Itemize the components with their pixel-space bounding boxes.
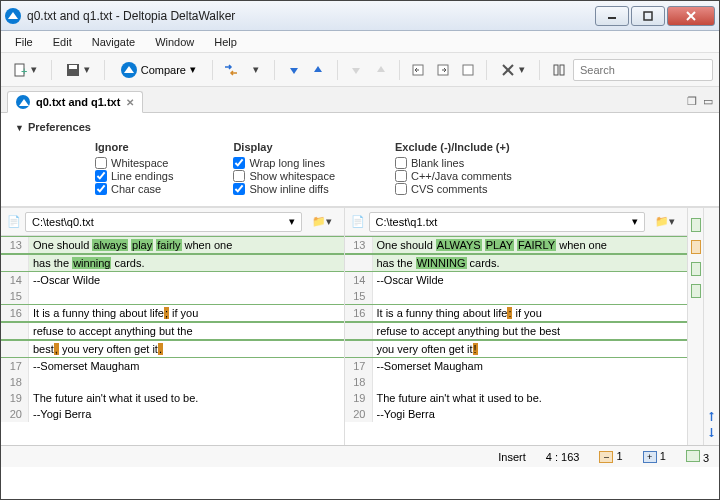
- save-button[interactable]: ▾: [60, 58, 96, 82]
- prefs-checkbox[interactable]: Wrap long lines: [233, 157, 335, 169]
- code-line[interactable]: best, you very often get it.: [1, 340, 344, 358]
- line-text: The future ain't what it used to be.: [29, 390, 344, 406]
- close-button[interactable]: [667, 6, 715, 26]
- tabstrip: q0.txt and q1.txt ✕ ❐ ▭: [1, 87, 719, 113]
- restore-icon[interactable]: ❐: [687, 95, 697, 108]
- line-text: you very often get it!: [373, 341, 688, 357]
- code-line[interactable]: 20--Yogi Berra: [345, 406, 688, 422]
- tools-button[interactable]: ▾: [495, 58, 531, 82]
- line-text: --Somerset Maugham: [29, 358, 344, 374]
- right-path-dropdown[interactable]: C:\test\q1.txt▾: [369, 212, 646, 232]
- code-line[interactable]: 17--Somerset Maugham: [1, 358, 344, 374]
- nav-down-icon[interactable]: 🠗: [706, 427, 717, 439]
- line-number: 16: [345, 305, 373, 321]
- left-pathbar: 📄 C:\test\q0.txt▾ 📁▾: [1, 208, 344, 236]
- tab-close-icon[interactable]: ✕: [126, 97, 134, 108]
- code-line[interactable]: 15: [1, 288, 344, 304]
- next-diff-button[interactable]: [283, 58, 304, 82]
- separator: [104, 60, 105, 80]
- minimize-button[interactable]: [595, 6, 629, 26]
- prefs-checkbox[interactable]: Char case: [95, 183, 173, 195]
- tab-controls: ❐ ▭: [687, 95, 713, 112]
- line-number: 18: [1, 374, 29, 390]
- line-number: 19: [1, 390, 29, 406]
- nav-up-icon[interactable]: 🠕: [706, 411, 717, 423]
- menubar: File Edit Navigate Window Help: [1, 31, 719, 53]
- prev-change-button[interactable]: [370, 58, 391, 82]
- copy-all-button[interactable]: [458, 58, 479, 82]
- line-text: --Oscar Wilde: [373, 272, 688, 288]
- compare-label: Compare: [141, 64, 186, 76]
- maximize-pane-icon[interactable]: ▭: [703, 95, 713, 108]
- maximize-button[interactable]: [631, 6, 665, 26]
- prefs-checkbox[interactable]: Whitespace: [95, 157, 173, 169]
- code-line[interactable]: 15: [345, 288, 688, 304]
- preferences-title[interactable]: Preferences: [15, 121, 705, 133]
- swap-button[interactable]: [221, 58, 242, 82]
- code-line[interactable]: 13One should ALWAYS PLAY FAIRLY when one: [345, 236, 688, 254]
- left-browse-button[interactable]: 📁▾: [306, 210, 338, 234]
- code-line[interactable]: 16It is a funny thing about life: if you: [345, 304, 688, 322]
- prefs-checkbox[interactable]: Blank lines: [395, 157, 512, 169]
- menu-edit[interactable]: Edit: [45, 34, 80, 50]
- right-browse-button[interactable]: 📁▾: [649, 210, 681, 234]
- code-line[interactable]: has the winning cards.: [1, 254, 344, 272]
- diff-marker-green[interactable]: [691, 284, 701, 298]
- tab-active[interactable]: q0.txt and q1.txt ✕: [7, 91, 143, 113]
- line-text: [29, 374, 344, 390]
- diff-marker-green[interactable]: [691, 218, 701, 232]
- prefs-checkbox[interactable]: Line endings: [95, 170, 173, 182]
- line-number: 14: [1, 272, 29, 288]
- layout-button[interactable]: [548, 58, 569, 82]
- code-line[interactable]: 18: [1, 374, 344, 390]
- left-code[interactable]: 13One should always play fairly when one…: [1, 236, 344, 445]
- next-change-button[interactable]: [346, 58, 367, 82]
- diff-marker-orange[interactable]: [691, 240, 701, 254]
- code-line[interactable]: 19The future ain't what it used to be.: [345, 390, 688, 406]
- prefs-checkbox[interactable]: CVS comments: [395, 183, 512, 195]
- code-line[interactable]: 20--Yogi Berra: [1, 406, 344, 422]
- nav-column: 🠕 🠗: [703, 208, 719, 445]
- line-text: refuse to accept anything but the best: [373, 323, 688, 339]
- code-line[interactable]: 14--Oscar Wilde: [345, 272, 688, 288]
- copy-right-button[interactable]: [433, 58, 454, 82]
- tab-icon: [16, 95, 30, 109]
- menu-help[interactable]: Help: [206, 34, 245, 50]
- separator: [539, 60, 540, 80]
- menu-file[interactable]: File: [7, 34, 41, 50]
- code-line[interactable]: has the WINNING cards.: [345, 254, 688, 272]
- separator: [399, 60, 400, 80]
- status-position: 4 : 163: [546, 451, 580, 463]
- prefs-checkbox[interactable]: Show inline diffs: [233, 183, 335, 195]
- code-line[interactable]: refuse to accept anything but the best: [345, 322, 688, 340]
- line-number: [345, 323, 373, 339]
- diff-marker-green[interactable]: [691, 262, 701, 276]
- line-number: [345, 255, 373, 271]
- compare-button[interactable]: Compare ▾: [113, 60, 204, 80]
- line-text: The future ain't what it used to be.: [373, 390, 688, 406]
- search-input[interactable]: [573, 59, 713, 81]
- menu-window[interactable]: Window: [147, 34, 202, 50]
- prefs-checkbox[interactable]: Show whitespace: [233, 170, 335, 182]
- overview-strip[interactable]: [687, 208, 703, 445]
- menu-navigate[interactable]: Navigate: [84, 34, 143, 50]
- line-number: [1, 323, 29, 339]
- code-line[interactable]: 17--Somerset Maugham: [345, 358, 688, 374]
- prefs-checkbox[interactable]: C++/Java comments: [395, 170, 512, 182]
- right-code[interactable]: 13One should ALWAYS PLAY FAIRLY when one…: [345, 236, 688, 445]
- code-line[interactable]: 19The future ain't what it used to be.: [1, 390, 344, 406]
- prev-diff-button[interactable]: [308, 58, 329, 82]
- swap-dropdown[interactable]: ▾: [246, 58, 267, 82]
- code-line[interactable]: 18: [345, 374, 688, 390]
- line-number: 15: [345, 288, 373, 304]
- code-line[interactable]: 14--Oscar Wilde: [1, 272, 344, 288]
- code-line[interactable]: you very often get it!: [345, 340, 688, 358]
- left-path-dropdown[interactable]: C:\test\q0.txt▾: [25, 212, 302, 232]
- line-text: has the WINNING cards.: [373, 255, 688, 271]
- new-button[interactable]: +▾: [7, 58, 43, 82]
- code-line[interactable]: 16It is a funny thing about life; if you: [1, 304, 344, 322]
- copy-left-button[interactable]: [408, 58, 429, 82]
- line-number: [345, 341, 373, 357]
- code-line[interactable]: refuse to accept anything but the: [1, 322, 344, 340]
- code-line[interactable]: 13One should always play fairly when one: [1, 236, 344, 254]
